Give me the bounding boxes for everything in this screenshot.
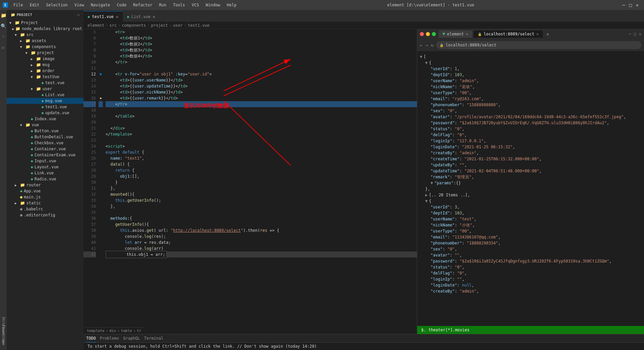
- menu-file[interactable]: File: [11, 2, 26, 8]
- sidebar-item-index-vue[interactable]: ◆ Index.vue: [7, 116, 84, 122]
- browser-maximize-icon[interactable]: □: [634, 32, 636, 36]
- sidebar-item-link-vue[interactable]: ◆ Link.vue: [7, 170, 84, 176]
- menu-edit[interactable]: Edit: [27, 2, 42, 8]
- sidebar-item-label: Project: [21, 20, 38, 25]
- sidebar-item-app-vue[interactable]: ◆ App.vue: [7, 188, 84, 194]
- sidebar-item-label: ButtonDetail.vue: [34, 135, 73, 139]
- menu-vcs[interactable]: VCS: [189, 2, 202, 8]
- menu-run[interactable]: Run: [156, 2, 169, 8]
- sidebar-item-update-vue[interactable]: ◆ update.vue: [7, 110, 84, 116]
- code-line-vfor: <tr v-for="user in obj1" :key="user.id">: [106, 71, 417, 77]
- browser-tab-element[interactable]: ♥ element ✕: [439, 30, 472, 38]
- close-button[interactable]: ✕: [636, 2, 639, 8]
- sidebar-item-label: .babelrc: [24, 207, 43, 211]
- sidebar-item-babelrc[interactable]: ● .babelrc: [7, 206, 84, 212]
- sidebar-item-src[interactable]: ▼ 📁 src: [7, 32, 84, 38]
- activity-search[interactable]: 🔍: [1, 23, 6, 29]
- sidebar-item-static[interactable]: ▶ 📁 static: [7, 200, 84, 206]
- panel-tab-todo[interactable]: TODO: [86, 335, 96, 342]
- minimize-button[interactable]: ─: [622, 2, 625, 8]
- json-collapsed[interactable]: ▶ [.. 20 Items ..],: [420, 192, 641, 198]
- menu-refactor[interactable]: Refactor: [130, 2, 155, 8]
- menu-tools[interactable]: Tools: [170, 2, 188, 8]
- browser-tab-localhost[interactable]: 🔒 localhost:8089/select ✕: [474, 30, 543, 38]
- activity-git[interactable]: ⑂: [1, 34, 6, 39]
- browser-back-btn[interactable]: ←: [420, 42, 423, 48]
- sidebar-item-node-modules[interactable]: ▶ 📁 node_modules library root: [7, 26, 84, 32]
- sidebar-actions[interactable]: ⋯: [77, 13, 79, 17]
- activity-debug[interactable]: ▷: [1, 45, 6, 50]
- bottom-panel: TODO Problems GraphQL Terminal To start …: [84, 334, 644, 350]
- sidebar-item-order[interactable]: ▶ 📁 order: [7, 68, 84, 74]
- tree-arrow: ▼: [31, 87, 36, 91]
- folder-icon: 📁: [25, 38, 30, 43]
- browser-tab-close[interactable]: ✕: [466, 32, 468, 36]
- browser-minimize-icon[interactable]: ─: [629, 32, 631, 36]
- sidebar-item-vue-folder[interactable]: ▼ 📁 vue: [7, 122, 84, 128]
- activity-favorites[interactable]: Favorites: [1, 331, 6, 337]
- json2-loginip: "loginIp": "",: [431, 276, 641, 282]
- sidebar-item-image[interactable]: ▶ 📁 image: [7, 56, 84, 62]
- code-content[interactable]: <tr> <td>数据1</td> <td>数据2</td> <td>数据3</…: [103, 29, 417, 334]
- browser-new-tab-btn[interactable]: +: [544, 31, 551, 37]
- vue-tab-icon: ◆: [88, 14, 90, 19]
- tab-close-icon[interactable]: ✕: [153, 14, 155, 19]
- menu-code[interactable]: Code: [114, 2, 129, 8]
- browser-tab-label: localhost:8089/select: [484, 32, 534, 36]
- panel-tab-problems[interactable]: Problems: [100, 335, 119, 342]
- code-line-last: this.obj1 = arr;: [106, 251, 417, 257]
- browser-min-btn[interactable]: [426, 32, 430, 36]
- tab-test1-vue[interactable]: ◆ test1.vue ✕: [84, 11, 123, 22]
- panel-tab-graphql[interactable]: GraphQL: [123, 335, 140, 342]
- sidebar-item-list-vue[interactable]: ◆ List.vue: [7, 92, 84, 98]
- activity-explorer[interactable]: 📁: [1, 13, 6, 18]
- sidebar-item-project[interactable]: ▼ 📁 Project: [7, 20, 84, 26]
- browser-forward-btn[interactable]: →: [425, 42, 428, 48]
- vue-file-icon: ◆: [31, 153, 33, 157]
- folder-icon: 📁: [11, 13, 15, 17]
- sidebar-item-button-vue[interactable]: ◆ Button.vue: [7, 128, 84, 134]
- menu-selection[interactable]: Selection: [43, 2, 70, 8]
- tab-list-vue[interactable]: ◆ List.vue ✕: [123, 11, 160, 22]
- menu-window[interactable]: Window: [203, 2, 223, 8]
- sidebar-item-buttondetail-vue[interactable]: ◆ ButtonDetail.vue: [7, 134, 84, 140]
- menu-help[interactable]: Help: [224, 2, 239, 8]
- sidebar-item-msg-vue[interactable]: ◆ msg.vue: [7, 98, 84, 104]
- browser-max-btn[interactable]: [432, 32, 436, 36]
- sidebar-item-containerexam-vue[interactable]: ◆ ContainerExam.vue: [7, 152, 84, 158]
- code-line: data() {: [106, 161, 417, 167]
- sidebar-item-main-js[interactable]: ● main.js: [7, 194, 84, 200]
- browser-close-icon[interactable]: ✕: [639, 32, 641, 36]
- sidebar-item-layout-vue[interactable]: ◆ Layout.vue: [7, 164, 84, 170]
- sidebar-item-router[interactable]: ▶ 📁 router: [7, 182, 84, 188]
- sidebar-item-test-vue[interactable]: ◆ test.vue: [7, 80, 84, 86]
- tab-close-icon[interactable]: ✕: [116, 14, 118, 19]
- browser-close-btn[interactable]: [420, 32, 424, 36]
- sidebar-item-msg-folder[interactable]: ▶ 📁 msg: [7, 62, 84, 68]
- sidebar-item-checkbox-vue[interactable]: ◆ Checkbox.vue: [7, 140, 84, 146]
- browser-tab-close[interactable]: ✕: [536, 32, 539, 36]
- browser-refresh-btn[interactable]: ↻: [431, 42, 434, 48]
- sidebar-item-project-dir[interactable]: ▼ 📁 project: [7, 50, 84, 56]
- code-line: <td>{{user.updateTime}}</td>: [106, 83, 417, 89]
- sidebar-item-testvue[interactable]: ▼ 📁 testVue: [7, 74, 84, 80]
- code-editor[interactable]: 5 6 7 8 9 10 11 12 13 14 15 16 17 18 19 …: [84, 29, 417, 334]
- folder-icon: 📁: [15, 26, 20, 31]
- sidebar-item-user-folder[interactable]: ▼ 📁 user: [7, 86, 84, 92]
- sidebar-item-input-vue[interactable]: ◆ Input.vue: [7, 158, 84, 164]
- json-email: "email": "ry@163.com",: [431, 96, 641, 102]
- sidebar-item-radio-vue[interactable]: ◆ Radio.vue: [7, 176, 84, 182]
- activity-npm[interactable]: npm: [1, 339, 6, 345]
- json2-avatar: "avatar": "",: [431, 252, 641, 258]
- menu-view[interactable]: View: [72, 2, 87, 8]
- maximize-button[interactable]: □: [629, 2, 632, 8]
- menu-navigate[interactable]: Navigate: [88, 2, 113, 8]
- sidebar-item-editorconfig[interactable]: ● .editorconfig: [7, 212, 84, 218]
- sidebar-item-assets[interactable]: ▶ 📁 assets: [7, 38, 84, 44]
- panel-tab-terminal[interactable]: Terminal: [144, 335, 163, 342]
- sidebar-item-components[interactable]: ▼ 📁 components: [7, 44, 84, 50]
- browser-address-bar[interactable]: 🔒 localhost:8089/select: [436, 41, 641, 49]
- sidebar-item-container-vue[interactable]: ◆ Container.vue: [7, 146, 84, 152]
- vue-file-icon: ◆: [31, 159, 33, 163]
- sidebar-item-test1-vue[interactable]: ◆ test1.vue: [7, 104, 84, 110]
